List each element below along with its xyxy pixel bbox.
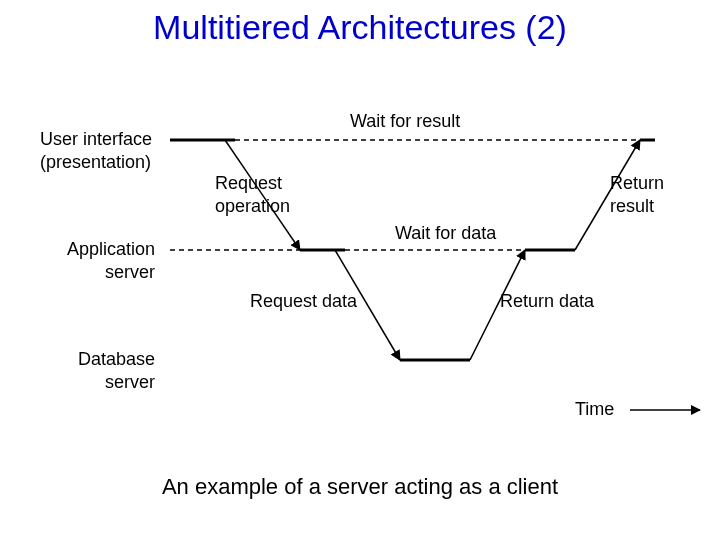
slide-caption: An example of a server acting as a clien… [0, 474, 720, 500]
arrow-return-data [470, 250, 525, 360]
slide-title: Multitiered Architectures (2) [0, 8, 720, 47]
arrow-request-operation [225, 140, 300, 250]
sequence-diagram [0, 60, 720, 460]
arrow-return-result [575, 140, 640, 250]
arrow-request-data [335, 250, 400, 360]
